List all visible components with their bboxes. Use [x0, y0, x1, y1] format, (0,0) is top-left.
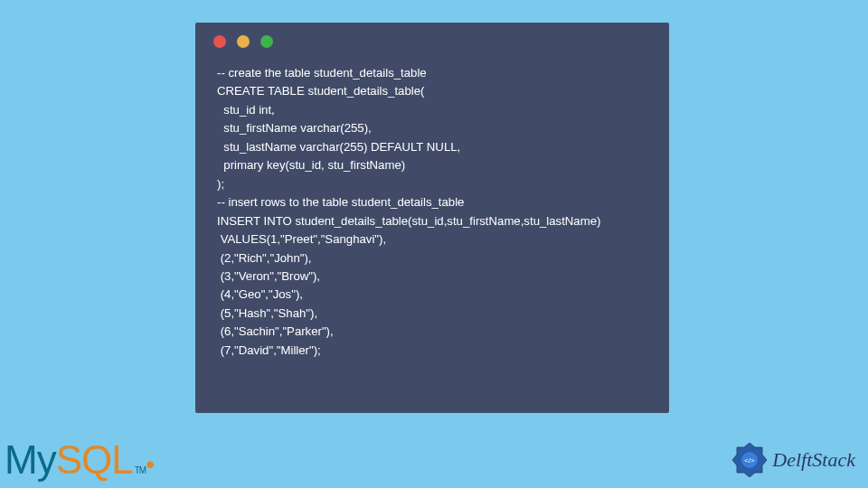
window-chrome	[195, 23, 669, 48]
svg-text:</>: </>	[745, 456, 756, 465]
code-line: INSERT INTO student_details_table(stu_id…	[217, 214, 600, 228]
mysql-my: My	[5, 437, 56, 482]
code-line: );	[217, 177, 224, 191]
delftstack-text: DelftStack	[772, 448, 855, 472]
mysql-sql: SQL	[56, 437, 133, 482]
code-line: stu_lastName varchar(255) DEFAULT NULL,	[217, 140, 460, 154]
code-line: -- insert rows to the table student_deta…	[217, 195, 464, 209]
maximize-icon	[260, 35, 273, 48]
mysql-logo: MySQLTM•	[5, 437, 154, 483]
code-body: -- create the table student_details_tabl…	[195, 48, 669, 360]
code-line: (3,"Veron","Brow"),	[217, 269, 320, 283]
close-icon	[213, 35, 226, 48]
mysql-dot: •	[146, 450, 154, 478]
code-line: VALUES(1,"Preet","Sanghavi"),	[217, 232, 386, 246]
code-line: (4,"Geo","Jos"),	[217, 287, 303, 301]
delftstack-logo: </> DelftStack	[731, 441, 855, 479]
code-line: stu_id int,	[217, 103, 275, 117]
delftstack-badge-icon: </>	[731, 441, 769, 479]
code-line: CREATE TABLE student_details_table(	[217, 84, 424, 98]
minimize-icon	[237, 35, 250, 48]
code-line: (6,"Sachin","Parker"),	[217, 324, 334, 338]
code-line: primary key(stu_id, stu_firstName)	[217, 158, 405, 172]
code-line: -- create the table student_details_tabl…	[217, 66, 427, 80]
code-line: stu_firstName varchar(255),	[217, 121, 372, 135]
code-line: (5,"Hash","Shah"),	[217, 306, 317, 320]
code-window: -- create the table student_details_tabl…	[195, 23, 669, 413]
code-line: (2,"Rich","John"),	[217, 251, 311, 265]
code-line: (7,"David","Miller");	[217, 343, 321, 357]
mysql-tm: TM	[135, 465, 146, 475]
